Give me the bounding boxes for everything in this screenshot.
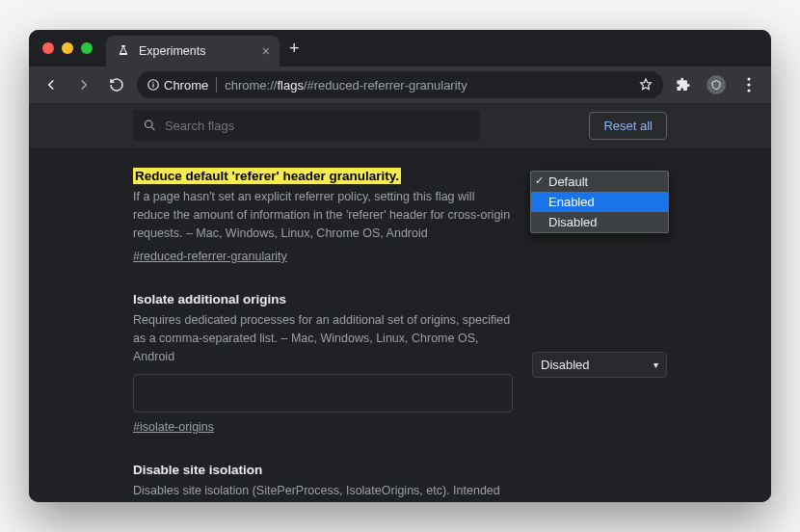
- reset-all-button[interactable]: Reset all: [589, 112, 667, 140]
- flag-item: Disable site isolation Disables site iso…: [133, 461, 667, 503]
- maximize-window-button[interactable]: [81, 42, 93, 54]
- flag-hash-link[interactable]: #reduced-referrer-granularity: [133, 250, 513, 263]
- flag-textarea[interactable]: [133, 374, 513, 412]
- svg-point-3: [747, 77, 750, 80]
- flag-item: Reduce default 'referer' header granular…: [133, 167, 667, 263]
- close-tab-icon[interactable]: ×: [262, 43, 270, 59]
- search-icon: [143, 118, 157, 133]
- tab-title: Experiments: [139, 44, 254, 58]
- site-info-button[interactable]: Chrome: [147, 78, 208, 93]
- search-input[interactable]: [165, 119, 470, 133]
- flag-description: If a page hasn't set an explicit referre…: [133, 188, 513, 242]
- search-flags-box[interactable]: [133, 110, 480, 141]
- browser-window: Experiments × + Chrome chrome://flags/#r…: [29, 30, 771, 502]
- flask-icon: [116, 43, 131, 59]
- reload-button[interactable]: [104, 72, 129, 97]
- svg-point-6: [145, 120, 151, 127]
- url-text: chrome://flags/#reduced-referrer-granula…: [225, 78, 467, 93]
- bookmark-star-icon[interactable]: [638, 77, 653, 93]
- page-content: Reset all Reduce default 'referer' heade…: [29, 103, 771, 502]
- back-button[interactable]: [39, 72, 64, 97]
- window-controls: [42, 42, 93, 54]
- dropdown-option[interactable]: Disabled: [531, 212, 668, 232]
- dropdown-option[interactable]: ✓Default: [531, 172, 668, 192]
- svg-point-1: [152, 82, 153, 83]
- tab-strip: Experiments × +: [29, 30, 771, 66]
- chrome-menu-button[interactable]: [736, 72, 761, 97]
- flag-hash-link[interactable]: #isolate-origins: [133, 420, 513, 434]
- minimize-window-button[interactable]: [62, 42, 73, 54]
- flag-item: Isolate additional origins Requires dedi…: [133, 290, 667, 433]
- flag-dropdown-open[interactable]: ✓Default Enabled Disabled: [530, 171, 669, 233]
- svg-point-5: [747, 89, 750, 92]
- browser-tab[interactable]: Experiments ×: [106, 36, 280, 66]
- toolbar: Chrome chrome://flags/#reduced-referrer-…: [29, 66, 771, 103]
- extensions-button[interactable]: [671, 72, 696, 97]
- flag-title: Disable site isolation: [133, 463, 262, 477]
- new-tab-button[interactable]: +: [289, 39, 300, 59]
- address-bar[interactable]: Chrome chrome://flags/#reduced-referrer-…: [137, 71, 663, 98]
- flag-description: Disables site isolation (SitePerProcess,…: [133, 482, 513, 503]
- check-icon: ✓: [535, 174, 544, 187]
- secure-chip-label: Chrome: [164, 78, 208, 93]
- close-window-button[interactable]: [42, 42, 54, 54]
- chevron-down-icon: ▾: [653, 359, 658, 370]
- flag-title: Reduce default 'referer' header granular…: [133, 168, 401, 184]
- flag-dropdown[interactable]: Disabled ▾: [532, 352, 667, 378]
- flags-list: Reduce default 'referer' header granular…: [29, 147, 771, 502]
- svg-point-4: [747, 83, 750, 86]
- flag-description: Requires dedicated processes for an addi…: [133, 311, 513, 365]
- omnibox-separator: [216, 77, 217, 93]
- forward-button[interactable]: [71, 72, 96, 97]
- flag-title: Isolate additional origins: [133, 292, 286, 306]
- svg-rect-2: [152, 84, 153, 88]
- dropdown-option[interactable]: Enabled: [531, 192, 668, 212]
- profile-avatar-button[interactable]: [704, 72, 729, 97]
- flags-topbar: Reset all: [29, 103, 771, 147]
